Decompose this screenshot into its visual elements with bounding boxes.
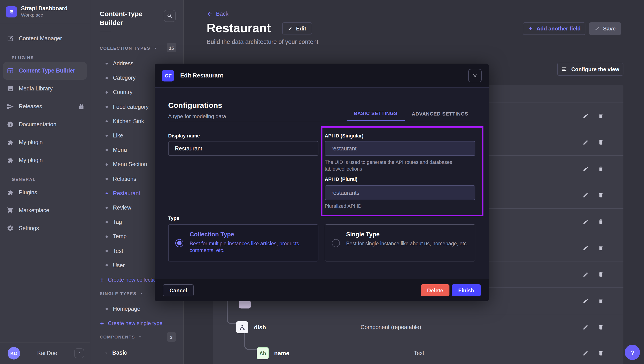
cart-icon (7, 207, 14, 214)
user-footer: KD Kai Doe (0, 342, 90, 364)
modal-footer: Cancel Delete Finish (155, 279, 489, 301)
plugins-section-header: PLUGINS (0, 53, 90, 62)
api-id-singular-input[interactable] (325, 141, 476, 156)
collapse-sidebar-button[interactable] (74, 348, 84, 358)
sidebar-item-plugins[interactable]: Plugins (0, 184, 90, 202)
sidebar-item-media-library[interactable]: Media Library (0, 80, 90, 98)
create-single-type-link[interactable]: + Create new single type (90, 316, 184, 330)
api-id-singular-hint: The UID is used to generate the API rout… (325, 159, 468, 172)
info-icon (7, 121, 14, 128)
save-button[interactable]: Save (589, 22, 621, 35)
components-header[interactable]: COMPONENTS 3 (90, 332, 184, 342)
puzzle-icon (7, 157, 14, 164)
components-label: COMPONENTS (100, 335, 135, 340)
bullet-icon (106, 192, 108, 194)
general-section-header: GENERAL (0, 174, 90, 184)
section-divider (168, 121, 476, 121)
edit-row-button[interactable] (583, 324, 588, 330)
image-icon (7, 85, 14, 92)
finish-button[interactable]: Finish (452, 284, 481, 296)
sidebar-item-label: Marketplace (19, 207, 49, 214)
pen-icon (7, 35, 14, 42)
plus-icon: + (100, 276, 104, 283)
edit-row-button[interactable] (583, 166, 588, 172)
delete-row-button[interactable] (598, 139, 604, 145)
main-sidebar: Strapi Dashboard Workplace Content Manag… (0, 0, 90, 364)
edit-row-button[interactable] (583, 219, 588, 225)
sidebar-item-label: My plugin (19, 139, 43, 145)
brand-subtitle: Workplace (21, 12, 68, 18)
delete-row-button[interactable] (598, 113, 604, 119)
sidebar-item-my-plugin-2[interactable]: My plugin (0, 151, 90, 169)
edit-row-button[interactable] (583, 272, 588, 277)
add-another-field-button[interactable]: Add another field (523, 22, 586, 35)
delete-button[interactable]: Delete (421, 284, 450, 296)
delete-row-button[interactable] (598, 350, 604, 356)
sidebar-item-marketplace[interactable]: Marketplace (0, 202, 90, 219)
search-button[interactable] (164, 10, 176, 22)
sidebar-item-label: Releases (19, 103, 42, 110)
bullet-icon (106, 163, 108, 165)
paper-plane-icon (7, 103, 14, 110)
configure-view-button[interactable]: Configure the view (557, 63, 624, 76)
close-modal-button[interactable] (468, 69, 482, 82)
edit-row-button[interactable] (583, 192, 588, 198)
edit-row-button[interactable] (583, 139, 588, 145)
delete-row-button[interactable] (598, 245, 604, 251)
sidebar-item-content-manager[interactable]: Content Manager (0, 30, 90, 48)
field-type: Component (repeatable) (361, 324, 421, 330)
delete-row-button[interactable] (598, 298, 604, 304)
edit-row-button[interactable] (583, 350, 588, 356)
modal-header: CT Edit Restaurant (155, 64, 489, 88)
collection-count-badge: 15 (167, 43, 176, 52)
edit-row-button[interactable] (583, 245, 588, 251)
collection-type-title: Collection Type (190, 231, 312, 238)
single-type-option[interactable]: Single Type Best for single instance lik… (325, 224, 476, 261)
single-item-homepage[interactable]: Homepage (90, 302, 184, 316)
configurations-subtitle: A type for modeling data (168, 113, 226, 120)
edit-row-button[interactable] (583, 113, 588, 119)
tab-advanced-settings[interactable]: ADVANCED SETTINGS (404, 106, 476, 121)
help-button[interactable]: ? (625, 345, 640, 360)
sidebar-item-documentation[interactable]: Documentation (0, 115, 90, 133)
cancel-button[interactable]: Cancel (163, 284, 194, 296)
delete-row-button[interactable] (598, 166, 604, 172)
delete-row-button[interactable] (598, 324, 604, 330)
check-icon (594, 26, 600, 31)
puzzle-icon (7, 189, 14, 196)
component-group-basic[interactable]: Basic (90, 346, 184, 360)
bullet-icon (106, 120, 108, 122)
filter-lines-icon (562, 66, 567, 72)
back-link[interactable]: Back (206, 11, 228, 17)
sidebar-item-content-type-builder[interactable]: Content-Type Builder (3, 62, 87, 80)
settings-tabs: BASIC SETTINGS ADVANCED SETTINGS (346, 106, 476, 121)
modal-title: Edit Restaurant (180, 72, 223, 79)
sidebar-item-settings[interactable]: Settings (0, 219, 90, 237)
edit-restaurant-modal: CT Edit Restaurant Configurations A type… (155, 64, 489, 301)
collection-type-option[interactable]: Collection Type Best for multiple instan… (168, 224, 318, 261)
sidebar-item-label: Content Manager (19, 35, 62, 42)
app-window: Strapi Dashboard Workplace Content Manag… (0, 0, 644, 364)
delete-row-button[interactable] (598, 219, 604, 225)
delete-row-button[interactable] (598, 192, 604, 198)
radio-unselected-icon[interactable] (332, 239, 340, 247)
builder-title: Content-Type Builder (100, 10, 158, 27)
bullet-icon (106, 135, 108, 137)
edit-row-button[interactable] (583, 298, 588, 304)
tab-basic-settings[interactable]: BASIC SETTINGS (346, 106, 404, 121)
radio-selected-icon[interactable] (175, 239, 183, 247)
delete-row-button[interactable] (598, 272, 604, 277)
sidebar-item-releases[interactable]: Releases (0, 98, 90, 115)
lock-icon (78, 103, 84, 110)
sidebar-item-my-plugin-1[interactable]: My plugin (0, 133, 90, 151)
brand-title: Strapi Dashboard (21, 5, 68, 12)
field-name: dish (254, 324, 266, 331)
gear-icon (7, 225, 14, 232)
display-name-label: Display name (168, 133, 200, 138)
edit-button[interactable]: Edit (282, 22, 312, 35)
collection-types-label: COLLECTION TYPES (100, 46, 150, 51)
avatar[interactable]: KD (8, 347, 20, 359)
api-id-plural-input[interactable] (325, 185, 476, 200)
chevron-down-icon (153, 46, 158, 51)
display-name-input[interactable] (168, 141, 318, 156)
